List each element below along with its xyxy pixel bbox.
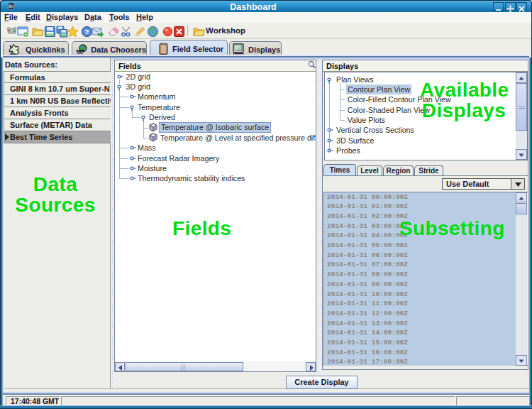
svg-text:?: ? [85, 28, 89, 36]
